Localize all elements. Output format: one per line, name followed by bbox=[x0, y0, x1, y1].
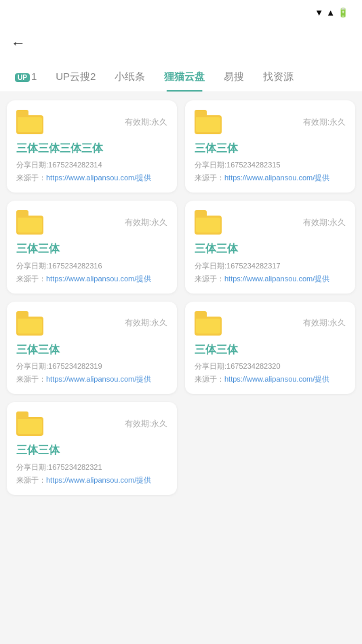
tab-up2[interactable]: UP云搜2 bbox=[46, 62, 105, 92]
card-validity: 有效期:永久 bbox=[125, 217, 167, 228]
card-source: 来源于：https://www.alipansou.com/提供 bbox=[195, 173, 346, 183]
battery-icon: 🔋 bbox=[338, 7, 348, 18]
card-title: 三体三体 bbox=[16, 241, 167, 256]
result-card-6[interactable]: 有效期:永久 三体三体 分享日期:1675234282320 来源于：https… bbox=[185, 302, 355, 394]
card-header: 有效期:永久 bbox=[195, 110, 346, 134]
signal-icon: ▲ bbox=[326, 7, 335, 18]
status-icons: ▼ ▲ 🔋 bbox=[315, 7, 351, 18]
card-source-link[interactable]: https://www.alipansou.com/提供 bbox=[46, 375, 151, 383]
folder-icon bbox=[195, 210, 222, 235]
folder-icon bbox=[16, 411, 43, 436]
back-button[interactable]: ← bbox=[11, 36, 26, 51]
card-source-link[interactable]: https://www.alipansou.com/提供 bbox=[224, 275, 329, 283]
card-validity: 有效期:永久 bbox=[125, 418, 167, 430]
card-date: 分享日期:1675234282315 bbox=[195, 160, 346, 170]
card-header: 有效期:永久 bbox=[16, 110, 167, 134]
card-header: 有效期:永久 bbox=[16, 311, 167, 336]
results-grid: 有效期:永久 三体三体三体三体 分享日期:1675234282314 来源于：h… bbox=[7, 100, 355, 495]
card-validity: 有效期:永久 bbox=[125, 317, 167, 329]
folder-icon bbox=[16, 311, 43, 336]
card-source-link[interactable]: https://www.alipansou.com/提供 bbox=[46, 275, 151, 283]
up-badge: UP bbox=[15, 73, 30, 82]
card-title: 三体三体三体三体 bbox=[16, 141, 167, 156]
card-date: 分享日期:1675234282321 bbox=[16, 462, 167, 472]
result-card-4[interactable]: 有效期:永久 三体三体 分享日期:1675234282317 来源于：https… bbox=[185, 201, 355, 293]
folder-icon bbox=[195, 311, 222, 336]
card-header: 有效期:永久 bbox=[16, 411, 167, 436]
card-source: 来源于：https://www.alipansou.com/提供 bbox=[195, 374, 346, 384]
card-title: 三体三体 bbox=[16, 443, 167, 458]
card-title: 三体三体 bbox=[16, 342, 167, 357]
tab-zhaoziyuan[interactable]: 找资源 bbox=[254, 62, 303, 92]
card-date: 分享日期:1675234282316 bbox=[16, 261, 167, 271]
card-source: 来源于：https://www.alipansou.com/提供 bbox=[16, 274, 167, 284]
result-card-2[interactable]: 有效期:永久 三体三体 分享日期:1675234282315 来源于：https… bbox=[185, 100, 355, 193]
card-source: 来源于：https://www.alipansou.com/提供 bbox=[16, 475, 167, 485]
result-card-7[interactable]: 有效期:永久 三体三体 分享日期:1675234282321 来源于：https… bbox=[7, 402, 177, 494]
card-source-link[interactable]: https://www.alipansou.com/提供 bbox=[46, 476, 151, 484]
card-title: 三体三体 bbox=[195, 342, 346, 357]
tab-yisou[interactable]: 易搜 bbox=[214, 62, 254, 92]
header: ← bbox=[0, 24, 362, 62]
folder-icon bbox=[195, 110, 222, 134]
card-source-link[interactable]: https://www.alipansou.com/提供 bbox=[224, 375, 329, 383]
result-card-1[interactable]: 有效期:永久 三体三体三体三体 分享日期:1675234282314 来源于：h… bbox=[7, 100, 177, 193]
card-header: 有效期:永久 bbox=[195, 210, 346, 235]
card-source-link[interactable]: https://www.alipansou.com/提供 bbox=[224, 174, 329, 182]
card-validity: 有效期:永久 bbox=[125, 117, 167, 128]
card-header: 有效期:永久 bbox=[195, 311, 346, 336]
result-card-5[interactable]: 有效期:永久 三体三体 分享日期:1675234282319 来源于：https… bbox=[7, 302, 177, 394]
card-source: 来源于：https://www.alipansou.com/提供 bbox=[195, 274, 346, 284]
card-source: 来源于：https://www.alipansou.com/提供 bbox=[16, 173, 167, 183]
wifi-icon: ▼ bbox=[315, 7, 323, 18]
card-date: 分享日期:1675234282317 bbox=[195, 261, 346, 271]
card-header: 有效期:永久 bbox=[16, 210, 167, 235]
status-bar: ▼ ▲ 🔋 bbox=[0, 0, 362, 24]
tab-xiaozhi[interactable]: 小纸条 bbox=[105, 62, 155, 92]
card-validity: 有效期:永久 bbox=[303, 217, 346, 228]
card-date: 分享日期:1675234282320 bbox=[195, 361, 346, 371]
card-date: 分享日期:1675234282319 bbox=[16, 361, 167, 371]
card-date: 分享日期:1675234282314 bbox=[16, 160, 167, 170]
tab-up1[interactable]: UP1 bbox=[5, 62, 46, 92]
tab-limao[interactable]: 狸猫云盘 bbox=[155, 62, 214, 92]
card-validity: 有效期:永久 bbox=[303, 117, 346, 128]
result-card-3[interactable]: 有效期:永久 三体三体 分享日期:1675234282316 来源于：https… bbox=[7, 201, 177, 293]
header-left: ← bbox=[11, 36, 34, 51]
folder-icon bbox=[16, 110, 43, 134]
card-source: 来源于：https://www.alipansou.com/提供 bbox=[16, 374, 167, 384]
card-title: 三体三体 bbox=[195, 141, 346, 156]
card-source-link[interactable]: https://www.alipansou.com/提供 bbox=[46, 174, 151, 182]
content-area: 有效期:永久 三体三体三体三体 分享日期:1675234282314 来源于：h… bbox=[0, 92, 362, 503]
tabs-bar: UP1 UP云搜2 小纸条 狸猫云盘 易搜 找资源 bbox=[0, 62, 362, 92]
folder-icon bbox=[16, 210, 43, 235]
card-title: 三体三体 bbox=[195, 241, 346, 256]
card-validity: 有效期:永久 bbox=[303, 317, 346, 329]
